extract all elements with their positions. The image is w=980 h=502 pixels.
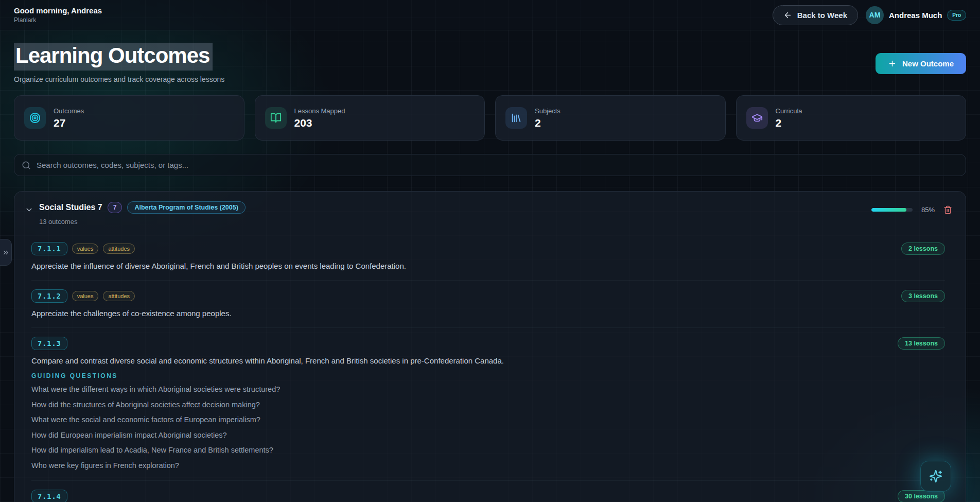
stat-card-curricula: Curricula 2	[736, 95, 967, 141]
stat-label: Lessons Mapped	[294, 107, 345, 115]
stats-row: Outcomes 27 Lessons Mapped 203 Subjects …	[14, 95, 966, 141]
guiding-questions-label: GUIDING QUESTIONS	[31, 372, 945, 379]
outcomes-count: 13 outcomes	[39, 218, 246, 226]
lessons-count-badge: 2 lessons	[901, 243, 945, 255]
guiding-question: Who were key figures in French explorati…	[31, 461, 945, 471]
greeting-text: Good morning, Andreas	[14, 6, 102, 15]
stat-card-lessons-mapped: Lessons Mapped 203	[255, 95, 485, 141]
pro-badge: Pro	[947, 10, 966, 21]
guiding-question: What were the different ways in which Ab…	[31, 385, 945, 395]
stat-label: Outcomes	[54, 107, 84, 115]
outcome-row[interactable]: 7.1.2 values attitudes 3 lessons Appreci…	[31, 280, 945, 327]
app-name: Planlark	[14, 16, 102, 24]
arrow-left-icon	[783, 11, 792, 20]
stat-value: 203	[294, 117, 345, 129]
subject-count-badge: 7	[108, 202, 122, 213]
search-icon	[22, 161, 31, 170]
page-title: Learning Outcomes	[14, 43, 213, 71]
target-icon	[24, 107, 46, 129]
outcome-description: Appreciate the challenges of co-existenc…	[31, 309, 945, 318]
search-bar	[14, 154, 966, 176]
outcome-tag: attitudes	[103, 291, 135, 301]
sparkles-icon	[929, 470, 942, 483]
stat-label: Curricula	[776, 107, 802, 115]
ai-assistant-button[interactable]	[920, 461, 951, 492]
coverage-percent: 85%	[921, 206, 935, 214]
outcome-description: Compare and contrast diverse social and …	[31, 356, 945, 365]
subject-panel: Social Studies 7 7 Alberta Program of St…	[14, 191, 966, 502]
subject-title: Social Studies 7	[39, 203, 102, 212]
page-subtitle: Organize curriculum outcomes and track c…	[14, 75, 224, 83]
outcome-description: Appreciate the influence of diverse Abor…	[31, 262, 945, 270]
guiding-question: How did the structures of Aboriginal soc…	[31, 400, 945, 410]
outcome-row[interactable]: 7.1.3 13 lessons Compare and contrast di…	[31, 327, 945, 480]
avatar: AM	[866, 6, 884, 24]
outcome-tag: values	[72, 244, 99, 254]
guiding-question: How did imperialism lead to Acadia, New …	[31, 445, 945, 456]
stat-card-subjects: Subjects 2	[495, 95, 726, 141]
chevrons-right-icon	[2, 249, 10, 256]
stat-value: 27	[54, 117, 84, 129]
new-outcome-button[interactable]: New Outcome	[876, 53, 966, 74]
coverage-progress-bar	[871, 208, 913, 212]
subject-header: Social Studies 7 7 Alberta Program of St…	[14, 192, 966, 233]
lessons-count-badge: 13 lessons	[898, 337, 945, 350]
outcome-row[interactable]: 7.1.4 30 lessons Assess economic competi…	[31, 480, 945, 502]
top-header: Good morning, Andreas Planlark Back to W…	[0, 0, 980, 30]
outcome-list: 7.1.1 values attitudes 2 lessons Appreci…	[14, 233, 966, 502]
coverage-progress-fill	[871, 208, 906, 212]
outcome-tag: values	[72, 291, 99, 301]
new-outcome-label: New Outcome	[902, 59, 954, 68]
book-open-icon	[265, 107, 287, 129]
graduation-cap-icon	[746, 107, 768, 129]
stat-card-outcomes: Outcomes 27	[14, 95, 244, 141]
greeting-block: Good morning, Andreas Planlark	[14, 6, 102, 24]
outcome-code-pill: 7.1.4	[31, 490, 67, 502]
outcome-code-pill: 7.1.1	[31, 242, 67, 255]
chevron-down-icon[interactable]	[25, 205, 33, 226]
trash-icon[interactable]	[943, 205, 952, 214]
stat-label: Subjects	[535, 107, 561, 115]
outcome-tag: attitudes	[103, 244, 135, 254]
search-input[interactable]	[37, 161, 958, 169]
outcome-row[interactable]: 7.1.1 values attitudes 2 lessons Appreci…	[31, 233, 945, 280]
lessons-count-badge: 30 lessons	[898, 490, 945, 502]
page-heading-block: Learning Outcomes Organize curriculum ou…	[14, 43, 224, 83]
sidebar-expand-tab[interactable]	[0, 239, 12, 266]
outcome-code-pill: 7.1.2	[31, 289, 67, 303]
stat-value: 2	[535, 117, 561, 129]
back-button-label: Back to Week	[797, 11, 847, 20]
user-menu[interactable]: AM Andreas Much Pro	[866, 6, 966, 24]
lessons-count-badge: 3 lessons	[901, 290, 945, 302]
user-name: Andreas Much	[889, 11, 942, 20]
guiding-question: How did European imperialism impact Abor…	[31, 430, 945, 441]
back-to-week-button[interactable]: Back to Week	[773, 5, 858, 25]
library-icon	[505, 107, 527, 129]
outcome-code-pill: 7.1.3	[31, 337, 67, 350]
stat-value: 2	[776, 117, 802, 129]
plus-icon	[888, 59, 897, 68]
curriculum-badge: Alberta Program of Studies (2005)	[127, 201, 245, 214]
guiding-question: What were the social and economic factor…	[31, 415, 945, 425]
